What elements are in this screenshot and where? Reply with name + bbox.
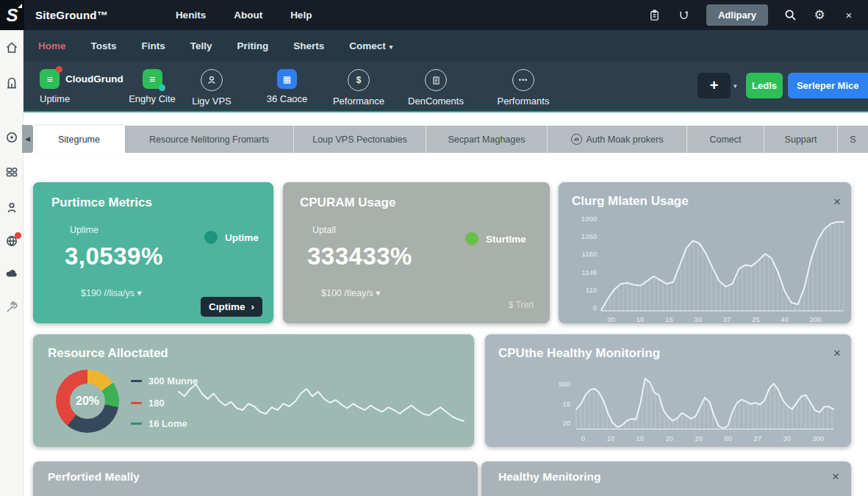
legend-dash [131,380,142,382]
tab-overflow[interactable]: S [838,126,868,153]
person-icon[interactable] [5,201,18,215]
metric-label: Uplime [70,225,98,235]
nav-item-priting[interactable]: Priting [237,40,269,51]
tab-resource-nelitoring[interactable]: Resource Nelitoring Fromarts [125,126,294,153]
close-icon[interactable]: × [833,195,841,208]
card-title: Clurg Mlaten Usage [572,194,689,209]
clurg-line-chart [601,219,844,312]
card-title: CPUthe Healthy Monitoring [498,346,660,361]
card-healthy-menitoring: Healthy Menitoring × [481,461,851,496]
top-bar: S SiteGround™ Henits About Help Adlipary… [0,0,868,30]
clipboard-icon[interactable] [648,8,662,23]
add-button[interactable]: + [697,73,731,98]
menu-item-about[interactable]: About [234,10,262,21]
notification-badge [15,232,21,239]
nav-item-telly[interactable]: Telly [190,40,212,51]
logo-letter: S [6,5,18,26]
tool-item-performants[interactable]: ••• Performants [483,69,564,107]
metric-value: 3,0539% [65,242,163,270]
card-purtimce-metrics: Purtimce Metrics Uplime 3,0539% $190 //l… [33,182,273,323]
card-title: CPURAM Usage [300,195,395,210]
close-icon[interactable]: × [832,470,839,483]
card-title: Purtimce Metrics [51,195,152,210]
y-axis-labels: 1000 1260 1160 1146 110 0 [576,215,597,312]
person-circle-icon [201,69,223,91]
card-cpuram-usage: CPURAM Usage Uptall 333433% $100 /tleay/… [283,182,550,323]
gear-icon[interactable]: ⚙ [812,8,827,23]
logo-flag-icon [18,4,22,8]
card-perfortied-meally: Perfortied Meally [33,461,478,496]
donut-center-label: 20% [76,395,99,408]
account-button[interactable]: Adlipary [706,4,768,26]
collapse-arrow-icon: ◀ [25,135,30,143]
cpu-health-line-chart [576,375,833,430]
alert-dot [56,66,62,73]
add-dropdown-chevron-icon[interactable]: ▾ [734,82,737,90]
card-title: Perfortied Meally [48,470,140,484]
menu-item-henits[interactable]: Henits [176,10,206,21]
ledls-button[interactable]: Ledls [746,73,783,98]
legend-dot [204,231,218,244]
tool-item-uptime[interactable]: ≡ CloudGrund Uptime [40,69,123,104]
nav-item-fints[interactable]: Fints [142,40,165,51]
tab-comect[interactable]: Comect [687,126,764,153]
left-sidebar [0,30,24,496]
grid-icon[interactable] [5,165,18,179]
cloud-icon[interactable] [5,267,18,280]
home-icon[interactable] [5,41,18,54]
x-axis-labels: 0 10 10 20 20 60 27 30 200 [570,434,835,442]
legend-dash [131,423,142,425]
siteground-dashboard: S SiteGround™ Henits About Help Adlipary… [0,0,868,496]
tab-sitegrume[interactable]: Sitegrume [33,126,125,153]
ellipsis-circle-icon: ••• [512,69,534,91]
tool-item-ligv-vps[interactable]: Ligv VPS [182,69,241,107]
x-axis-labels: 00 10 15 30 37 25 40 200 [597,315,832,323]
metric-label: Uptall [312,225,336,235]
globe-icon[interactable] [5,234,18,248]
menu-item-help[interactable]: Help [290,10,312,21]
metric-period-select[interactable]: $190 //lisa/ys ▾ [81,287,142,298]
nav-item-comect[interactable]: Comect▾ [349,40,392,51]
auth-badge-icon [571,134,582,145]
document-circle-icon [425,69,447,91]
tool-item-peformance[interactable]: $ Peformance [322,69,395,107]
search-icon[interactable] [783,8,797,23]
tab-suppart[interactable]: Suppart [764,126,838,153]
clock-icon[interactable] [5,131,18,144]
tab-loup-vps[interactable]: Loup VPS Pectonabies [294,126,426,153]
topbar-actions: Adlipary ⚙ × [648,4,868,26]
close-icon[interactable]: × [833,347,841,359]
top-menu: Henits About Help [176,10,312,21]
legend-uptime: Uptime [204,231,259,244]
card-title: Healthy Menitoring [498,470,601,484]
server-select-button[interactable]: Serleper Mice▾ [788,73,868,98]
y-axis-labels: 500 15 20 [550,380,570,427]
siteground-logo-icon[interactable]: S [0,0,24,30]
sidebar-collapse-arrow[interactable]: ◀ [22,125,33,153]
ciptime-button[interactable]: Cıptime › [201,297,262,317]
shield-icon[interactable] [677,8,692,23]
tool-item-enghy-cite[interactable]: ≡ Enghy Cite [123,69,182,104]
tab-auth-moak[interactable]: Auth Moak prokers [548,126,687,153]
tab-secpart-maghages[interactable]: Secpart Maghages [426,126,548,153]
nav-item-tosts[interactable]: Tosts [91,40,117,51]
tool-item-36-caoce[interactable]: ▦ 36 Caoce [256,69,318,104]
tab-strip: Resource Nelitoring Fromarts Loup VPS Pe… [125,126,868,153]
card-clurg-usage: Clurg Mlaten Usage × 1000 1260 1160 1146… [559,182,851,323]
services-toolbar: ≡ CloudGrund Uptime ≡ Enghy Cite Ligv VP… [24,62,868,112]
metric-period-select[interactable]: $100 /tleay/s ▾ [321,287,381,298]
arrow-right-icon: › [251,301,255,312]
legend-dash [131,402,142,404]
energy-app-icon: ≡ [143,69,162,89]
nav-item-home[interactable]: Home [38,40,66,51]
wrench-icon[interactable] [5,301,18,315]
legend-sturtlme: Sturtlme [465,232,526,245]
resource-donut-chart: 20% [56,370,119,433]
chevron-down-icon: ▾ [390,43,393,51]
close-icon[interactable]: × [842,8,856,23]
nav-item-sherts[interactable]: Sherts [293,40,324,51]
brand-title: SiteGround™ [35,9,108,21]
bank-icon[interactable] [5,76,18,90]
tool-item-dencoments[interactable]: DenComents [395,69,476,107]
cloud-app-icon: ≡ [40,69,60,89]
